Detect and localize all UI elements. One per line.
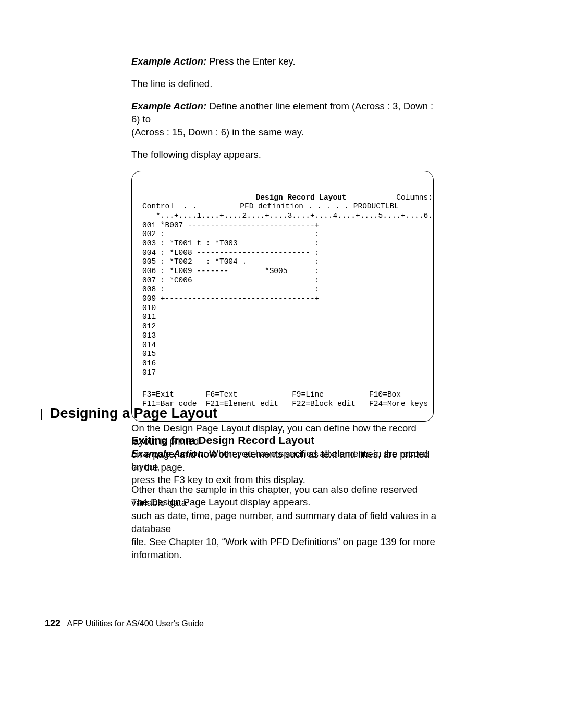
footer-title: AFP Utilities for AS/400 User's Guide <box>67 619 204 628</box>
terminal-line: 005 : *T002 : *T004 . : <box>142 257 319 266</box>
example-action-2: Example Action: Define another line elem… <box>131 100 434 139</box>
paragraph: Other than the sample in this chapter, y… <box>131 484 439 562</box>
pfd-definition: PFD definition . . . . . PRODUCTLBL <box>240 202 399 211</box>
paragraph: The following display appears. <box>131 149 434 162</box>
example-action-text: (Across : 15, Down : 6) in the same way. <box>131 127 304 138</box>
chapter-body: On the Design Page Layout display, you c… <box>131 422 439 571</box>
text-line: file. See Chapter 10, “Work with PFD Def… <box>131 536 435 547</box>
terminal-screen: Design Record Layout Columns: 1- 74 Cont… <box>131 171 434 422</box>
terminal-line: 008 : : <box>142 285 319 293</box>
text-line: information. <box>131 549 182 560</box>
terminal-line: 012 <box>142 322 156 330</box>
paragraph: The line is defined. <box>131 78 434 91</box>
terminal-columns: Columns: 1- 74 <box>396 193 434 202</box>
text-line: Other than the sample in this chapter, y… <box>131 484 418 508</box>
example-action-text: Press the Enter key. <box>206 56 295 67</box>
example-action-label: Example Action: <box>131 101 206 112</box>
page: Example Action: Press the Enter key. The… <box>0 0 563 728</box>
page-footer: 122 AFP Utilities for AS/400 User's Guid… <box>45 618 204 629</box>
terminal-divider <box>142 389 387 389</box>
terminal-line: 003 : *T001 t : *T003 : <box>142 239 319 248</box>
terminal-line: 011 <box>142 313 156 321</box>
terminal-line: 009 +---------------------------------+ <box>142 294 319 303</box>
terminal-line: 010 <box>142 304 156 312</box>
text-line: On the Design Page Layout display, you c… <box>131 423 417 447</box>
terminal-line: 015 <box>142 350 156 358</box>
paragraph: On the Design Page Layout display, you c… <box>131 422 439 474</box>
terminal-header-row: Design Record Layout Columns: 1- 74 <box>142 193 434 202</box>
terminal-line: 002 : : <box>142 230 319 238</box>
terminal-line: 016 <box>142 359 156 367</box>
terminal-line: 007 : *C006 : <box>142 276 319 285</box>
control-label: Control . . <box>142 202 197 211</box>
change-bar <box>41 409 42 420</box>
text-line: on a page, and how other elements such a… <box>131 449 430 473</box>
terminal-control-row: Control . . PFD definition . . . . . PRO… <box>142 202 399 211</box>
terminal-line: 014 <box>142 341 156 349</box>
terminal-fkeys: F3=Exit F6=Text F9=Line F10=Box <box>142 390 401 399</box>
terminal-more-row: More... <box>142 377 434 386</box>
text-line: such as date, time, page number, and sum… <box>131 510 436 534</box>
terminal-line: 006 : *L009 ------- *S005 : <box>142 267 319 275</box>
terminal-title: Design Record Layout <box>256 193 347 202</box>
terminal-line: 017 <box>142 368 156 377</box>
page-number: 122 <box>45 618 60 628</box>
example-action-1: Example Action: Press the Enter key. <box>131 55 434 68</box>
terminal-line: 001 *B007 ----------------------------+ <box>142 221 319 229</box>
chapter-heading: Designing a Page Layout <box>50 405 217 422</box>
terminal-line: 004 : *L008 ------------------------- : <box>142 249 319 257</box>
terminal-line: 013 <box>142 331 156 340</box>
control-input-underline[interactable] <box>201 206 226 207</box>
example-action-label: Example Action: <box>131 56 206 67</box>
terminal-ruler: *...+....1....+....2....+....3....+....4… <box>142 212 434 220</box>
